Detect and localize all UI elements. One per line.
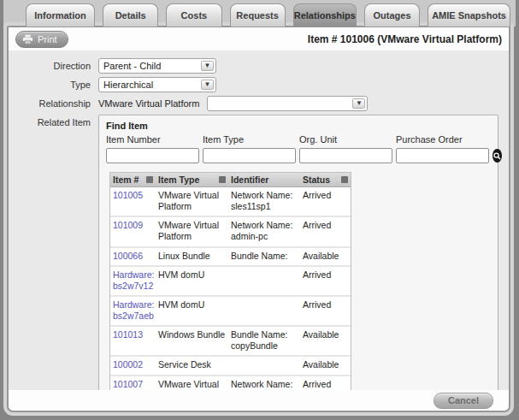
table-row: 101009 VMware Virtual Platform Network N… bbox=[110, 217, 351, 247]
type-select-value: Hierarchical bbox=[103, 80, 153, 90]
org-unit-label: Org. Unit bbox=[299, 134, 392, 145]
type-row: Type Hierarchical ▼ bbox=[9, 77, 509, 92]
header-row: Print Item # 101006 (VMware Virtual Plat… bbox=[9, 27, 509, 50]
column-header-identifier[interactable]: Identifier bbox=[228, 173, 300, 186]
item-type-cell: VMware Virtual Platform bbox=[156, 376, 228, 391]
org-unit-input[interactable] bbox=[299, 148, 392, 163]
tab-bar: Information Details Costs Requests Relat… bbox=[26, 3, 510, 27]
sort-icon[interactable] bbox=[146, 176, 153, 183]
table-row: 100002 Service Desk Available bbox=[110, 357, 351, 376]
direction-select-value: Parent - Child bbox=[103, 61, 161, 71]
search-button[interactable] bbox=[492, 149, 502, 163]
item-type-cell: Windows Bundle bbox=[156, 327, 228, 355]
results-table: Item # Item Type Identifier Status bbox=[109, 172, 351, 390]
item-type-cell: VMware Virtual Platform bbox=[156, 187, 228, 216]
item-type-cell: HVM domU bbox=[156, 297, 228, 325]
relationship-form: Direction Parent - Child ▼ Type Hierarch… bbox=[9, 50, 509, 390]
item-number-group: Item Number bbox=[106, 134, 199, 163]
tab-costs[interactable]: Costs bbox=[166, 3, 221, 27]
table-row: 101005 VMware Virtual Platform Network N… bbox=[110, 187, 351, 217]
item-link[interactable]: 100002 bbox=[110, 357, 156, 374]
print-button[interactable]: Print bbox=[15, 31, 68, 48]
item-type-cell: HVM domU bbox=[156, 267, 228, 295]
purchase-order-group: Purchase Order bbox=[396, 134, 489, 163]
item-type-label: Item Type bbox=[203, 134, 296, 145]
item-type-cell: VMware Virtual Platform bbox=[156, 217, 228, 245]
item-type-input[interactable] bbox=[203, 148, 296, 163]
status-cell: Available bbox=[300, 248, 351, 265]
tab-details[interactable]: Details bbox=[103, 3, 158, 27]
identifier-cell bbox=[228, 297, 300, 325]
status-cell: Arrived bbox=[300, 217, 351, 245]
identifier-cell: Network Name: win7-ent-64 bbox=[228, 376, 300, 391]
status-cell: Arrived bbox=[300, 267, 351, 295]
cancel-button[interactable]: Cancel bbox=[433, 393, 493, 409]
table-row: 101013 Windows Bundle Bundle Name: copyB… bbox=[110, 327, 351, 357]
chevron-down-icon: ▼ bbox=[201, 80, 214, 90]
org-unit-group: Org. Unit bbox=[299, 134, 392, 163]
purchase-order-label: Purchase Order bbox=[396, 134, 489, 145]
direction-select[interactable]: Parent - Child ▼ bbox=[98, 58, 216, 74]
item-number-label: Item Number bbox=[106, 134, 199, 145]
identifier-cell bbox=[228, 357, 300, 374]
item-link[interactable]: 101005 bbox=[110, 187, 156, 216]
item-link[interactable]: 101009 bbox=[110, 217, 156, 245]
table-row: 100066 Linux Bundle Bundle Name: Availab… bbox=[110, 248, 351, 267]
identifier-cell: Network Name: sles11sp1 bbox=[228, 187, 300, 216]
sort-icon[interactable] bbox=[219, 176, 226, 183]
item-type-cell: Linux Bundle bbox=[156, 248, 228, 265]
tab-outages[interactable]: Outages bbox=[364, 3, 420, 27]
direction-row: Direction Parent - Child ▼ bbox=[9, 58, 509, 74]
relationship-value-text: VMware Virtual Platform bbox=[98, 98, 199, 109]
tab-information[interactable]: Information bbox=[26, 3, 95, 27]
identifier-cell bbox=[228, 267, 300, 295]
status-cell: Available bbox=[300, 327, 351, 355]
item-number-input[interactable] bbox=[106, 148, 199, 163]
print-button-label: Print bbox=[38, 34, 57, 44]
status-cell: Available bbox=[300, 357, 351, 374]
search-icon bbox=[492, 151, 502, 161]
identifier-cell: Network Name: admin-pc bbox=[228, 217, 300, 245]
tab-relationships[interactable]: Relationships bbox=[293, 3, 357, 27]
tab-amie-snapshots[interactable]: AMIE Snapshots bbox=[428, 3, 510, 27]
column-header-status[interactable]: Status bbox=[300, 173, 351, 186]
column-header-item-type[interactable]: Item Type bbox=[156, 173, 228, 186]
item-link[interactable]: 101007 bbox=[110, 376, 156, 391]
footer-row: Cancel bbox=[9, 390, 509, 411]
find-item-fields: Item Number Item Type Org. Unit Purchase… bbox=[106, 134, 491, 163]
sort-icon[interactable] bbox=[341, 176, 348, 183]
status-cell: Arrived bbox=[300, 187, 351, 216]
item-link[interactable]: Hardware: bs2w7aeb bbox=[110, 297, 156, 325]
item-link[interactable]: Hardware: bs2w7v12 bbox=[110, 267, 156, 295]
find-item-panel: Find Item Item Number Item Type Org. Uni… bbox=[98, 115, 498, 390]
related-item-row: Related Item Find Item Item Number Item … bbox=[9, 115, 509, 390]
printer-icon bbox=[22, 34, 33, 44]
table-row: Hardware: bs2w7v12 HVM domU Arrived bbox=[110, 267, 351, 297]
related-item-label: Related Item bbox=[9, 115, 98, 127]
purchase-order-input[interactable] bbox=[396, 148, 489, 163]
table-row: Hardware: bs2w7aeb HVM domU Arrived bbox=[110, 297, 351, 327]
identifier-cell: Bundle Name: copyBundle bbox=[228, 327, 300, 355]
column-header-item[interactable]: Item # bbox=[110, 173, 156, 186]
item-type-group: Item Type bbox=[203, 134, 296, 163]
table-row: 101007 VMware Virtual Platform Network N… bbox=[110, 376, 351, 391]
chevron-down-icon: ▼ bbox=[352, 98, 365, 109]
find-item-legend: Find Item bbox=[106, 121, 491, 131]
chevron-down-icon: ▼ bbox=[201, 61, 214, 71]
item-type-cell: Service Desk bbox=[156, 357, 228, 374]
item-link[interactable]: 101013 bbox=[110, 327, 156, 355]
results-table-header: Item # Item Type Identifier Status bbox=[110, 173, 351, 187]
status-cell: Arrived bbox=[300, 297, 351, 325]
item-link[interactable]: 100066 bbox=[110, 248, 156, 265]
type-label: Type bbox=[9, 80, 98, 90]
relationship-select[interactable]: ▼ bbox=[207, 96, 368, 111]
tab-requests[interactable]: Requests bbox=[230, 3, 286, 27]
direction-label: Direction bbox=[9, 61, 98, 71]
type-select[interactable]: Hierarchical ▼ bbox=[98, 77, 216, 92]
content-panel: Print Item # 101006 (VMware Virtual Plat… bbox=[7, 26, 510, 412]
page-title: Item # 101006 (VMware Virtual Platform) bbox=[308, 33, 502, 45]
status-cell: Arrived bbox=[300, 376, 351, 391]
relationship-row: Relationship VMware Virtual Platform ▼ bbox=[9, 96, 509, 111]
relationship-label: Relationship bbox=[9, 98, 98, 109]
identifier-cell: Bundle Name: bbox=[228, 248, 300, 265]
